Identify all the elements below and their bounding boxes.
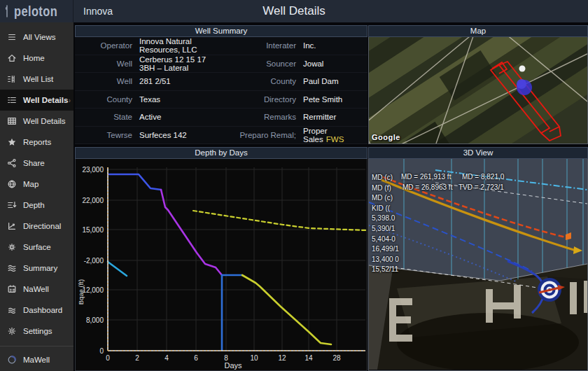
layers-icon (7, 263, 17, 273)
series-plan-depth (193, 211, 366, 230)
main-content: Well Summary OperatorInnova Natural Reso… (74, 22, 588, 371)
x-tick-label: 2 (135, 354, 139, 362)
field-value: Active (139, 113, 223, 121)
sidebar-item-label: Settings (23, 327, 52, 335)
sidebar-item-well-list[interactable]: Well List (0, 69, 74, 90)
well-summary-row: StateActiveRemarksRermitter (75, 108, 368, 127)
3d-axis-label: 5,404-0 (372, 234, 399, 245)
x-tick-label: 8 (224, 354, 228, 362)
well-details-app: peloton Innova Well Details All ViewsHom… (0, 0, 588, 371)
sidebar-item-settings[interactable]: Settings (0, 321, 74, 342)
field-label: Interater (223, 41, 303, 50)
field-value: Innova Natural Resources, LLC (139, 37, 223, 54)
sidebar-divider (0, 346, 74, 346)
sidebar-item-label: MaWell (23, 356, 50, 364)
field-label: County (223, 77, 303, 85)
y-tick-label: 12,000 (82, 286, 104, 294)
depth-chart-header[interactable]: Depth by Days (75, 147, 368, 159)
x-tick-label: 4 (164, 354, 169, 362)
settings-gear-icon (7, 326, 17, 336)
sidebar-item-label: Well List (23, 75, 53, 83)
field-value: Proper Sales (303, 127, 328, 144)
field-label: State (75, 113, 139, 121)
depth-chart-svg[interactable]: Days Bqae (ft) 23,00022,00015,000-2,0001… (76, 159, 367, 370)
sidebar-item-reports[interactable]: Reports (0, 132, 74, 153)
field-value: Rermitter (303, 113, 368, 121)
field-label: Operator (75, 41, 139, 50)
depth-by-days-panel: Depth by Days Days Bqae (ft) 23,00022,00… (75, 147, 368, 371)
sidebar-item-directional[interactable]: Directional (0, 216, 74, 237)
details-list-icon (7, 95, 17, 105)
3d-axis-label: MD (f) (372, 183, 399, 194)
star-icon (7, 137, 17, 147)
3d-axis-label: 16,499/1 (372, 244, 399, 255)
3d-axis-label: KID (( (372, 204, 399, 214)
field-label: Tewrse (75, 131, 139, 139)
satellite-map-image[interactable] (369, 37, 587, 144)
field-label: County (75, 95, 139, 104)
sidebar-nav: All ViewsHomeWell ListWell DetailsWell D… (0, 22, 74, 371)
sidebar-item-nawell[interactable]: NaWell (0, 279, 74, 300)
field-label: Preparo Remal; (223, 131, 303, 139)
x-tick-label: 6 (194, 354, 198, 362)
map-view[interactable]: Google (368, 37, 588, 144)
field-value: Pete Smith (303, 95, 368, 104)
field-value: Paul Dam (303, 77, 368, 85)
well-summary-row: TewrseSurfeces 142Preparo Remal;Proper S… (75, 127, 368, 145)
well-summary-row: OperatorInnova Natural Resources, LLCInt… (75, 37, 368, 55)
sidebar-item-label: Directional (23, 222, 61, 230)
map-well-marker[interactable] (519, 66, 526, 72)
sidebar-item-well-details[interactable]: Well Details (0, 90, 74, 111)
well-summary-row: WellCerberus 12 15 17 3BH – LateralSounc… (75, 55, 368, 74)
sidebar-item-label: Home (23, 54, 45, 62)
sidebar-item-label: Dashboard (23, 306, 62, 314)
well-list-icon (7, 74, 17, 84)
3d-axis-label: MD (c) (372, 173, 399, 183)
field-value: Texas (139, 95, 223, 104)
3d-annotation-tvd: TVD = 2,723/1 (458, 183, 504, 191)
3d-annotation-md-3: MD = 26,8963 ft (402, 183, 452, 191)
field-label: Remarks (223, 113, 303, 121)
sidebar-item-label: Surface (23, 243, 51, 251)
field-label: Souncer (223, 59, 303, 68)
sidebar-item-surface[interactable]: Surface (0, 237, 74, 258)
sidebar-item-map[interactable]: Map (0, 174, 74, 195)
view-3d-header[interactable]: 3D View (368, 147, 588, 159)
y-tick-label: 0 (99, 347, 104, 355)
fws-badge: FWS (326, 135, 344, 144)
sidebar-item-home[interactable]: Home (0, 48, 74, 69)
sidebar-item-well-details[interactable]: Well Details (0, 111, 74, 132)
field-value: Surfeces 142 (139, 131, 223, 139)
depth-chart-area[interactable]: Days Bqae (ft) 23,00022,00015,000-2,0001… (75, 159, 368, 371)
sidebar-item-label: Share (23, 159, 45, 167)
well-summary-row: Well281 2/51CountyPaul Dam (75, 73, 368, 91)
google-watermark: Google (372, 133, 400, 141)
3d-annotation-md-1: MD = 261,913 ft (401, 173, 451, 181)
sidebar-item-share[interactable]: Share (0, 153, 74, 174)
field-value: 281 2/51 (139, 77, 223, 85)
well-summary-header[interactable]: Well Summary (75, 25, 368, 37)
y-tick-label: 15,000 (82, 226, 104, 234)
series-depth-run-4 (242, 275, 331, 344)
3d-axis-label: 15,52/11 (372, 265, 399, 275)
map-title: Map (470, 27, 486, 35)
sidebar-item-dashboard[interactable]: Dashboard (0, 300, 74, 321)
home-icon (7, 53, 17, 63)
sidebar-item-mawell[interactable]: MaWell (0, 349, 74, 370)
y-tick-label: 22,000 (82, 197, 104, 204)
depth-chart-title: Depth by Days (195, 148, 247, 157)
sidebar-item-summary[interactable]: Summary (0, 258, 74, 279)
x-axis-title: Days (224, 361, 242, 370)
dashboard-icon (7, 305, 17, 315)
globe-icon (7, 179, 17, 189)
view-3d-scene[interactable]: MD (c)MD (f)MD (c)KID ((5,398.05,390/15,… (368, 159, 588, 371)
sidebar-item-label: Depth (23, 201, 45, 209)
map-header[interactable]: Map (368, 25, 588, 37)
x-tick-label: 28 (332, 354, 341, 362)
sidebar-item-all-views[interactable]: All Views (0, 27, 74, 48)
well-summary-panel: Well Summary OperatorInnova Natural Reso… (75, 25, 368, 144)
3d-axis-label: 13,400 0 (372, 255, 399, 265)
sidebar-item-depth[interactable]: Depth (0, 195, 74, 216)
field-value: Jowal (303, 59, 368, 68)
y-tick-label: 23,000 (82, 166, 104, 174)
